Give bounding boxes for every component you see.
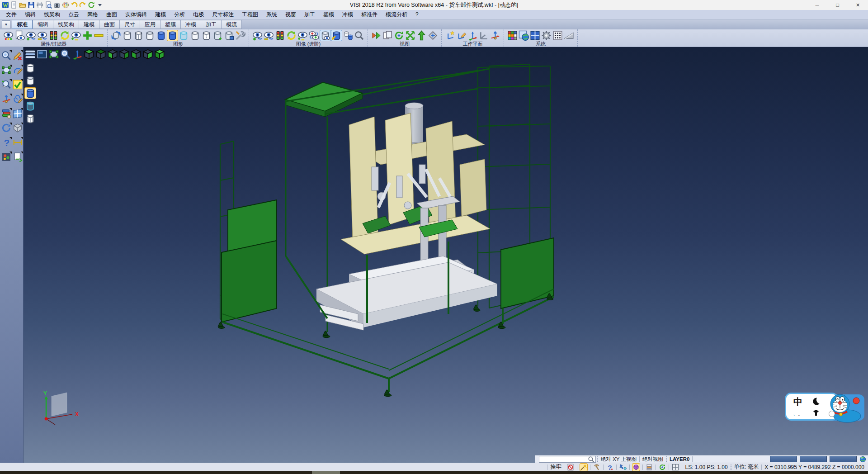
tab-mold[interactable]: 塑膜 xyxy=(160,20,180,29)
layers-palette-icon[interactable] xyxy=(1,109,11,118)
view-isometric-icon[interactable] xyxy=(154,49,165,60)
fit-view-icon[interactable] xyxy=(37,49,47,60)
tab-application[interactable]: 应用 xyxy=(140,20,160,29)
snap-lock-toggle[interactable]: 拴牢 xyxy=(550,463,561,471)
menu-edit[interactable]: 编辑 xyxy=(21,10,40,19)
tab-list-dropdown-icon[interactable]: ▼ xyxy=(2,20,10,29)
system-colors-icon[interactable] xyxy=(507,30,518,41)
filter-refresh-icon[interactable] xyxy=(60,30,70,41)
confirm-selection-icon[interactable] xyxy=(13,80,23,90)
element-refresh-icon[interactable] xyxy=(286,30,297,41)
element-group-icon[interactable] xyxy=(343,30,353,41)
examine-element-icon[interactable] xyxy=(354,30,364,41)
filter-traffic-light-icon[interactable] xyxy=(48,30,59,41)
menu-solid-edit[interactable]: 实体编辑 xyxy=(121,10,151,19)
translucent-view-icon[interactable] xyxy=(179,30,189,41)
analysis-view-icon[interactable] xyxy=(201,30,212,41)
layer-manager-icon[interactable] xyxy=(646,464,653,471)
menu-machining[interactable]: 加工 xyxy=(300,10,319,19)
tab-die[interactable]: 冲模 xyxy=(180,20,201,29)
pan-view-icon[interactable] xyxy=(405,30,415,41)
context-help-icon[interactable]: ? xyxy=(606,464,613,471)
tab-flow[interactable]: 模流 xyxy=(221,20,242,29)
transform-move-icon[interactable] xyxy=(1,94,11,104)
regen-view-icon[interactable] xyxy=(1,123,11,133)
curve-edit-icon[interactable] xyxy=(13,94,23,104)
ghost-view-icon[interactable] xyxy=(190,30,200,41)
zoom-dynamic-icon[interactable] xyxy=(60,49,71,60)
zoom-select-icon[interactable] xyxy=(1,51,11,61)
new-file-icon[interactable] xyxy=(10,1,18,9)
undo-icon[interactable] xyxy=(71,1,78,9)
measure-icon[interactable] xyxy=(13,137,23,147)
screenshot-icon[interactable] xyxy=(53,1,61,9)
wireframe-view-icon[interactable] xyxy=(122,30,132,41)
export-drawing-icon[interactable] xyxy=(13,152,23,162)
multi-view-icon[interactable] xyxy=(672,464,679,471)
view-back-icon[interactable] xyxy=(119,49,130,60)
menu-pointcloud[interactable]: 点云 xyxy=(64,10,83,19)
tab-modeling[interactable]: 建模 xyxy=(79,20,99,29)
search-icon[interactable] xyxy=(588,456,594,463)
shade-box-icon[interactable] xyxy=(224,30,234,41)
display-tools-icon[interactable] xyxy=(235,30,245,41)
globe-icon[interactable] xyxy=(859,456,866,463)
filter-add-icon[interactable] xyxy=(26,30,36,41)
shaded-edges-view-icon[interactable] xyxy=(167,30,178,41)
filter-plus-minus-icon[interactable] xyxy=(71,30,81,41)
workplane-move-icon[interactable] xyxy=(490,30,500,41)
zoom-solid-icon[interactable] xyxy=(1,80,11,90)
render-wireframe-icon[interactable] xyxy=(25,62,36,73)
save-file-icon[interactable] xyxy=(28,1,35,9)
machine-3d-model[interactable] xyxy=(213,61,557,402)
menu-system[interactable]: 系统 xyxy=(262,10,281,19)
element-traffic-icon[interactable] xyxy=(275,30,285,41)
zoom-window-icon[interactable] xyxy=(48,49,59,60)
box-select-icon[interactable] xyxy=(1,65,11,75)
menu-wireframe[interactable]: 线架构 xyxy=(40,10,64,19)
cad-wedge-icon[interactable] xyxy=(564,30,574,41)
remove-selection-icon[interactable] xyxy=(94,30,104,41)
orient-view-icon[interactable] xyxy=(428,30,438,41)
element-arrow-icon[interactable] xyxy=(331,30,342,41)
shade-element-icon[interactable] xyxy=(212,30,223,41)
redo-icon[interactable] xyxy=(79,1,86,9)
view-bottom-icon[interactable] xyxy=(95,49,106,60)
regen-shading-icon[interactable] xyxy=(111,30,121,41)
view-top-icon[interactable] xyxy=(84,49,94,60)
ime-mode-chinese[interactable]: 中 xyxy=(793,396,802,408)
window-grid-icon[interactable] xyxy=(530,30,540,41)
tab-standard[interactable]: 标准 xyxy=(12,20,33,29)
close-button[interactable]: ✕ xyxy=(848,0,868,10)
menu-electrode[interactable]: 电极 xyxy=(189,10,208,19)
shade-eye-icon[interactable] xyxy=(320,30,330,41)
object-snap-off-icon[interactable] xyxy=(567,464,574,471)
customize-toolbar-dropdown-icon[interactable] xyxy=(96,1,104,9)
menu-mesh[interactable]: 网格 xyxy=(83,10,102,19)
render-translucent-icon[interactable] xyxy=(25,100,36,111)
render-hatched-icon[interactable] xyxy=(25,113,36,124)
shaded-view-icon[interactable] xyxy=(156,30,166,41)
element-plus-minus-icon[interactable] xyxy=(297,30,308,41)
sketch-delete-icon[interactable] xyxy=(13,51,23,61)
workplane-edit-icon[interactable] xyxy=(456,30,467,41)
render-hidden-line-icon[interactable] xyxy=(25,75,36,86)
menu-surface[interactable]: 曲面 xyxy=(102,10,121,19)
hidden-line-view-icon[interactable] xyxy=(133,30,144,41)
smart-snap-icon[interactable] xyxy=(580,464,587,471)
menu-modeling[interactable]: 建模 xyxy=(151,10,170,19)
filter-page-icon[interactable] xyxy=(14,30,25,41)
solid-cube-icon[interactable] xyxy=(13,123,23,133)
help-icon[interactable]: ? xyxy=(1,137,11,147)
add-selection-icon[interactable] xyxy=(82,30,93,41)
render-palette-icon[interactable] xyxy=(62,1,69,9)
view-list-icon[interactable] xyxy=(382,30,393,41)
arc-edit-icon[interactable] xyxy=(13,65,23,75)
tab-wireframe[interactable]: 线架构 xyxy=(53,20,79,29)
tab-dimension[interactable]: 尺寸 xyxy=(119,20,140,29)
color-swatch[interactable] xyxy=(800,456,827,462)
title-bar[interactable]: VISI 2018 R2 from Vero Software x64 - 货车… xyxy=(0,0,868,10)
point-snap-icon[interactable] xyxy=(619,464,627,471)
construction-tools-icon[interactable] xyxy=(593,464,600,471)
menu-die[interactable]: 冲模 xyxy=(338,10,357,19)
